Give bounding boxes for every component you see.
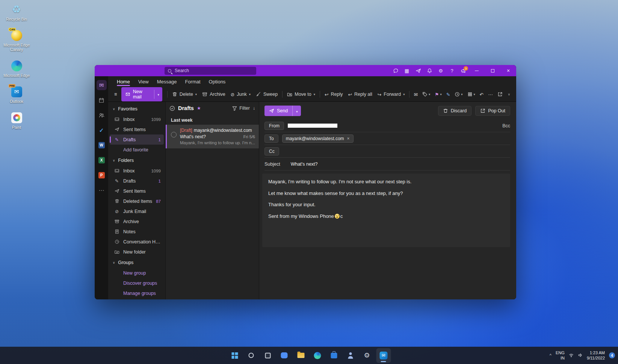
discover-groups-link[interactable]: Discover groups xyxy=(110,278,164,288)
file-explorer-button[interactable] xyxy=(293,348,308,363)
draw-pen-button[interactable]: ✎ xyxy=(444,90,452,99)
more-commands-button[interactable]: ⋯ xyxy=(486,90,495,99)
from-address-redacted[interactable] xyxy=(288,124,337,128)
ribbon-options-button[interactable]: ∨ xyxy=(506,91,512,98)
folders-section-header[interactable]: ∨ Folders xyxy=(108,155,165,166)
rail-powerpoint-icon[interactable]: P xyxy=(97,170,107,180)
whats-new-icon[interactable]: 3 xyxy=(458,65,469,76)
cc-button[interactable]: Cc xyxy=(264,147,279,156)
bcc-toggle[interactable]: Bcc xyxy=(502,123,510,128)
sidebar-item-notes[interactable]: Notes xyxy=(110,227,164,237)
favorites-section-header[interactable]: ∨ Favorites xyxy=(108,103,165,114)
taskbar-search-button[interactable] xyxy=(244,348,258,363)
sort-order-icon[interactable]: ↓ xyxy=(253,106,255,111)
chat-button[interactable] xyxy=(277,348,292,363)
mark-read-button[interactable]: ✉ xyxy=(411,90,420,99)
flag-button[interactable]: ⚑ ▾ xyxy=(432,90,444,99)
undo-button[interactable]: ↶ xyxy=(477,90,486,99)
tab-message[interactable]: Message xyxy=(153,77,181,87)
volume-icon[interactable] xyxy=(578,353,583,358)
sidebar-item-archive[interactable]: Archive xyxy=(110,216,164,227)
minimize-button[interactable] xyxy=(469,65,485,76)
new-mail-button[interactable]: New mail ▾ xyxy=(121,87,162,101)
rail-people-icon[interactable] xyxy=(97,110,107,120)
filter-button[interactable]: Filter xyxy=(232,106,250,111)
sidebar-item-sent-items[interactable]: Sent Items xyxy=(110,124,164,134)
tab-format[interactable]: Format xyxy=(181,77,204,87)
clock[interactable]: 1:23 AM 9/11/2022 xyxy=(587,350,605,361)
desktop-icon-edge[interactable]: Microsoft Edge xyxy=(2,59,32,78)
tab-view[interactable]: View xyxy=(134,77,153,87)
desktop-icon-paint[interactable]: Paint xyxy=(2,111,32,130)
sidebar-item-conversation-history[interactable]: Conversation His... xyxy=(110,237,164,247)
rail-todo-icon[interactable]: ✓ xyxy=(97,125,107,135)
desktop-icon-edge-canary[interactable]: CAN Microsoft Edge Canary xyxy=(2,29,32,52)
settings-gear-icon[interactable]: ⚙ xyxy=(435,65,446,76)
close-button[interactable]: × xyxy=(500,65,516,76)
language-indicator[interactable]: ENG IN xyxy=(556,350,565,361)
rail-calendar-icon[interactable] xyxy=(97,95,107,105)
discard-button[interactable]: Discard xyxy=(438,106,471,116)
junk-button[interactable]: ⊘ Junk ▾ xyxy=(228,90,253,99)
sidebar-item-drafts[interactable]: ✎ Drafts 1 xyxy=(110,134,164,145)
sidebar-item-sent-items[interactable]: Sent Items xyxy=(110,186,164,196)
desktop-icon-outlook[interactable]: ✉ PRE Outlook xyxy=(2,85,32,104)
edge-button[interactable] xyxy=(310,348,325,363)
task-view-button[interactable] xyxy=(260,348,275,363)
apps-grid-icon[interactable]: ▦ xyxy=(401,65,413,76)
open-in-new-window-button[interactable] xyxy=(495,90,505,99)
sidebar-item-deleted-items[interactable]: Deleted Items 87 xyxy=(110,196,164,206)
snooze-button[interactable]: ▾ xyxy=(452,90,465,99)
settings-button[interactable]: ⚙ xyxy=(360,348,374,363)
rail-word-icon[interactable]: W xyxy=(97,140,107,150)
outlook-taskbar-button[interactable]: ✉ xyxy=(376,348,391,363)
help-icon[interactable]: ? xyxy=(446,65,458,76)
desktop-icon-recycle-bin[interactable]: ♻ Recycle Bin xyxy=(2,3,32,21)
sidebar-item-inbox[interactable]: Inbox 1099 xyxy=(110,166,164,176)
groups-section-header[interactable]: ∨ Groups xyxy=(108,257,165,268)
new-mail-options-caret[interactable]: ▾ xyxy=(154,90,162,99)
categorize-button[interactable]: ▾ xyxy=(465,90,477,99)
delete-button[interactable]: Delete ▾ xyxy=(169,90,199,99)
search-box[interactable] xyxy=(165,67,256,75)
notification-count-badge[interactable]: 4 xyxy=(609,352,615,358)
archive-button[interactable]: Archive xyxy=(199,90,228,99)
tab-home[interactable]: Home xyxy=(113,77,134,87)
sidebar-item-inbox[interactable]: Inbox 1099 xyxy=(110,114,164,124)
toggle-folder-pane-button[interactable]: ≡ xyxy=(112,90,119,99)
rail-excel-icon[interactable]: X xyxy=(97,155,107,165)
rail-mail-icon[interactable]: ✉ xyxy=(97,80,107,90)
select-message-checkbox[interactable] xyxy=(171,132,177,137)
reply-all-button[interactable]: ↩ Reply all xyxy=(345,90,375,99)
message-body-editor[interactable]: Mayank, I'm writing to follow up. I'm no… xyxy=(262,174,510,247)
move-to-button[interactable]: Move to ▾ xyxy=(284,90,318,99)
from-button[interactable]: From xyxy=(264,122,284,130)
send-options-caret[interactable]: ▾ xyxy=(292,106,301,116)
notifications-bell-icon[interactable] xyxy=(424,65,435,76)
chat-icon[interactable] xyxy=(390,65,401,76)
tray-overflow-chevron[interactable]: ^ xyxy=(550,353,552,358)
rail-more-apps-icon[interactable]: ⋯ xyxy=(97,185,107,195)
select-all-icon[interactable] xyxy=(169,106,175,111)
sidebar-item-new-folder[interactable]: New folder xyxy=(110,247,164,257)
message-list-item[interactable]: [Draft]mayank@windowslatest.com What's n… xyxy=(166,125,259,148)
search-input[interactable] xyxy=(174,68,253,74)
store-button[interactable] xyxy=(326,348,341,363)
sidebar-item-drafts[interactable]: ✎ Drafts 1 xyxy=(110,176,164,186)
subject-row[interactable]: Subject What's next? xyxy=(264,158,510,171)
send-later-icon[interactable] xyxy=(413,65,424,76)
maximize-button[interactable] xyxy=(485,65,500,76)
to-button[interactable]: To xyxy=(264,134,278,143)
subject-value[interactable]: What's next? xyxy=(291,162,318,167)
network-icon[interactable] xyxy=(569,353,574,358)
send-button[interactable]: Send ▾ xyxy=(264,106,301,116)
tab-options[interactable]: Options xyxy=(205,77,230,87)
add-favorite-link[interactable]: Add favorite xyxy=(110,145,164,155)
sidebar-item-junk-email[interactable]: ⊘ Junk Email xyxy=(110,206,164,216)
start-button[interactable] xyxy=(227,348,242,363)
reply-button[interactable]: ↩ Reply xyxy=(322,90,345,99)
forward-button[interactable]: ↪ Forward ▾ xyxy=(375,90,408,99)
tag-button[interactable]: ▾ xyxy=(420,90,432,99)
recipient-chip[interactable]: mayank@windowslatest.com × xyxy=(282,134,354,143)
people-button[interactable] xyxy=(343,348,358,363)
